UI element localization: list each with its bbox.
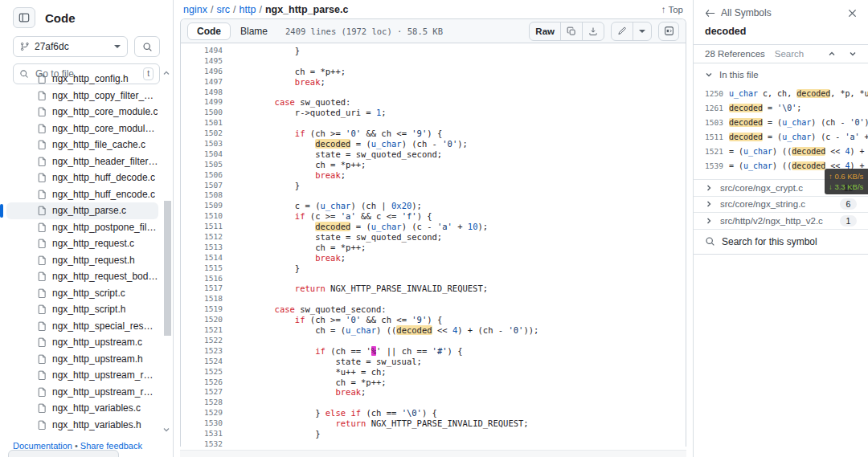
references-search-input[interactable] (773, 48, 820, 59)
symbols-panel-toggle[interactable] (658, 22, 679, 41)
line-number[interactable]: 1524 (181, 357, 234, 367)
reference-item[interactable]: 1250u_char c, ch, decoded, *p, *u; (694, 86, 868, 100)
line-number[interactable]: 1497 (181, 77, 234, 88)
line-number[interactable]: 1512 (181, 232, 234, 243)
file-tree-item[interactable]: ngx_http_script.c (6, 285, 158, 302)
line-number[interactable]: 1507 (181, 181, 234, 191)
edit-dropdown-button[interactable] (633, 22, 651, 40)
file-tree-item[interactable]: ngx_http_parse.c (6, 202, 158, 219)
file-tree-item[interactable]: ngx_http_huff_encode.c (6, 186, 158, 203)
reference-snippet: = (u_char) ((decoded << 4) + (ch - '0')) (729, 147, 868, 156)
line-number[interactable]: 1495 (181, 56, 234, 67)
line-number[interactable]: 1526 (181, 377, 234, 388)
tree-scroll-down-arrow[interactable] (162, 426, 170, 434)
file-tree-item[interactable]: ngx_http_request.h (6, 252, 158, 269)
tree-scrollbar-thumb[interactable] (164, 201, 171, 336)
line-number[interactable]: 1521 (181, 325, 234, 336)
file-tree-item[interactable]: ngx_http_variables.c (6, 400, 158, 417)
line-number[interactable]: 1523 (181, 346, 234, 357)
line-number[interactable]: 1511 (181, 222, 234, 232)
line-number[interactable]: 1510 (181, 211, 234, 222)
line-number[interactable]: 1506 (181, 170, 234, 181)
file-tree-item[interactable]: ngx_http_special_response.c (6, 318, 158, 335)
line-number[interactable]: 1516 (181, 274, 234, 284)
file-icon (37, 206, 47, 215)
file-tree-item[interactable]: ngx_http_upstream.h (6, 351, 158, 368)
download-raw-button[interactable] (582, 22, 604, 40)
line-number[interactable]: 1498 (181, 88, 234, 98)
file-tree-item[interactable]: ngx_http_core_module.h (6, 120, 158, 137)
reference-file-group[interactable]: src/core/ngx_string.c6 (694, 196, 868, 213)
line-number[interactable]: 1527 (181, 387, 234, 398)
next-reference-button[interactable] (849, 50, 857, 58)
line-number[interactable]: 1501 (181, 118, 234, 129)
line-number[interactable]: 1496 (181, 67, 234, 77)
line-number[interactable]: 1513 (181, 243, 234, 253)
line-number[interactable]: 1500 (181, 108, 234, 118)
file-tree-item[interactable]: ngx_http_upstream_round_robin.c (6, 367, 158, 384)
line-number[interactable]: 1503 (181, 139, 234, 149)
line-content: if (ch >= '0' && ch <= '9') { (234, 129, 442, 139)
all-symbols-back-link[interactable]: All Symbols (721, 7, 772, 18)
file-tree-item[interactable]: ngx_http_file_cache.c (6, 137, 158, 153)
edit-file-button[interactable] (612, 22, 633, 40)
line-number[interactable]: 1508 (181, 190, 234, 201)
tab-code[interactable]: Code (187, 22, 231, 40)
line-number[interactable]: 1515 (181, 263, 234, 274)
scroll-to-top-link[interactable]: ↑ Top (661, 5, 683, 14)
line-number[interactable]: 1519 (181, 304, 234, 315)
line-number[interactable]: 1517 (181, 284, 234, 294)
reference-item[interactable]: 1511decoded = (u_char) (c - 'a' + 10); (694, 129, 868, 144)
previous-reference-button[interactable] (828, 50, 836, 58)
reference-item[interactable]: 1503decoded = (u_char) (ch - '0'); (694, 115, 868, 129)
tree-scroll-up-arrow[interactable] (162, 69, 170, 77)
breadcrumb-dir-link[interactable]: http (240, 4, 256, 15)
line-number[interactable]: 1518 (181, 294, 234, 304)
collapse-sidebar-button[interactable] (13, 7, 35, 28)
line-number[interactable]: 1520 (181, 315, 234, 325)
file-tree-item[interactable]: ngx_http_copy_filter_module.c (6, 88, 158, 104)
line-number[interactable]: 1502 (181, 129, 234, 139)
reference-item[interactable]: 1261decoded = '\0'; (694, 100, 868, 115)
line-number[interactable]: 1531 (181, 429, 234, 439)
reference-item[interactable]: 1521= (u_char) ((decoded << 4) + (ch - '… (694, 144, 868, 158)
file-tree-item[interactable]: ngx_http_config.h (6, 71, 158, 88)
raw-button[interactable]: Raw (530, 22, 560, 40)
branch-selector[interactable]: 27af6dc (13, 36, 128, 57)
line-number[interactable]: 1525 (181, 367, 234, 377)
file-tree-item[interactable]: ngx_http_request.c (6, 235, 158, 252)
breadcrumb-dir-link[interactable]: src (216, 4, 230, 15)
line-number[interactable]: 1505 (181, 160, 234, 170)
code-line: 1521 ch = (u_char) ((decoded << 4) + (ch… (181, 325, 686, 336)
line-number[interactable]: 1504 (181, 149, 234, 160)
file-tree-item[interactable]: ngx_http_postpone_filter_module.c (6, 219, 158, 236)
tab-blame[interactable]: Blame (231, 22, 277, 40)
file-tree-item[interactable]: ngx_http_script.h (6, 301, 158, 318)
line-number[interactable]: 1494 (181, 46, 234, 56)
line-number[interactable]: 1528 (181, 398, 234, 408)
line-number[interactable]: 1530 (181, 418, 234, 429)
file-tree-item[interactable]: ngx_http_upstream.c (6, 334, 158, 351)
line-number[interactable]: 1532 (181, 439, 234, 447)
file-tree-item[interactable]: ngx_http_core_module.c (6, 104, 158, 120)
file-tree-item[interactable]: ngx_http_request_body.c (6, 268, 158, 285)
file-tree-item[interactable]: ngx_http_header_filter_module.c (6, 153, 158, 170)
file-tree-item[interactable]: ngx_http_huff_decode.c (6, 169, 158, 186)
line-number[interactable]: 1514 (181, 253, 234, 263)
horizontal-scrollbar[interactable] (180, 450, 686, 457)
breadcrumb-repo-link[interactable]: nginx (183, 4, 207, 15)
line-number[interactable]: 1509 (181, 201, 234, 211)
reference-file-group[interactable]: src/http/v2/ngx_http_v2.c1 (694, 212, 868, 229)
close-panel-button[interactable] (848, 9, 857, 18)
copy-raw-button[interactable] (560, 22, 582, 40)
line-number[interactable]: 1522 (181, 336, 234, 346)
search-for-symbol-button[interactable]: Search for this symbol (694, 229, 868, 255)
file-tree-item[interactable]: ngx_http_variables.h (6, 417, 158, 434)
search-code-button[interactable] (134, 36, 160, 57)
in-this-file-section-header[interactable]: In this file (694, 63, 868, 83)
line-number[interactable]: 1499 (181, 97, 234, 108)
back-arrow-icon[interactable] (705, 9, 715, 18)
line-number[interactable]: 1529 (181, 408, 234, 418)
code-line: 1526 ch = *p++; (181, 377, 686, 388)
file-tree-item[interactable]: ngx_http_upstream_round_robin.h (6, 384, 158, 401)
